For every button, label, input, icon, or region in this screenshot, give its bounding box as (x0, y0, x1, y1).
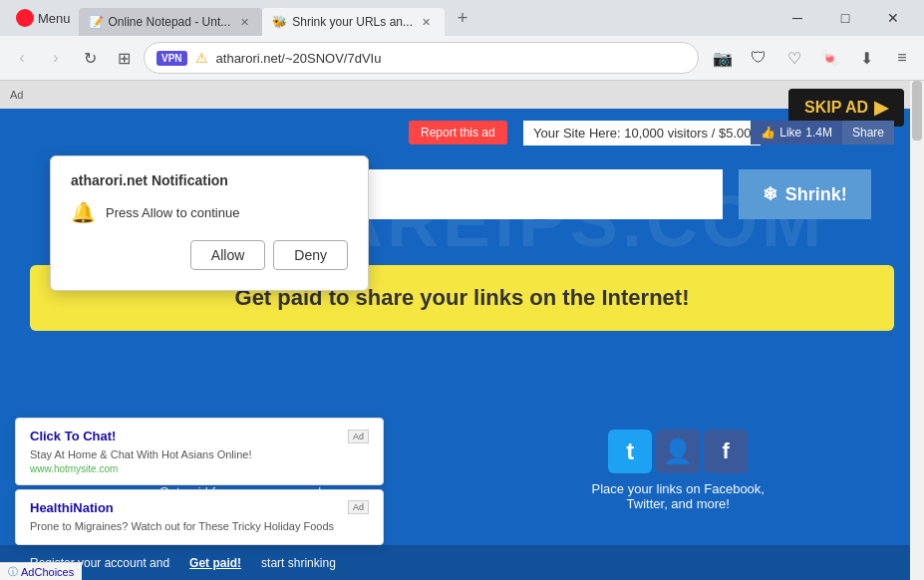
ad-popup-1-badge: Ad (348, 430, 369, 443)
tab-adfly[interactable]: 🐝 Shrink your URLs an... ✕ (262, 8, 445, 36)
tab-adfly-close[interactable]: ✕ (419, 14, 435, 30)
register-bar: Register your account and Get paid! star… (0, 545, 924, 580)
tab-adfly-title: Shrink your URLs an... (292, 15, 413, 29)
fb-like-label: Like (779, 126, 801, 140)
menu-label: Menu (38, 11, 71, 26)
tab-adfly-favicon: 🐝 (272, 15, 286, 29)
browser-chrome: Menu 📝 Online Notepad - Unt... ✕ 🐝 Shrin… (0, 0, 924, 81)
camera-icon[interactable]: 📷 (709, 44, 737, 72)
scrollbar[interactable] (910, 81, 924, 580)
report-ad-button[interactable]: Report this ad (409, 121, 507, 145)
flow-icon[interactable]: 🍬 (816, 44, 844, 72)
notification-buttons: Allow Deny (71, 240, 348, 270)
ad-popup-1-url: www.hotmysite.com (30, 463, 369, 474)
maximize-button[interactable]: □ (822, 0, 868, 36)
ad-popup-2-title[interactable]: HealthiNation (30, 500, 114, 515)
tabs-overview-button[interactable]: ⊞ (110, 44, 138, 72)
ad-popup-1-title[interactable]: Click To Chat! (30, 429, 116, 443)
ad-popup-2: HealthiNation Ad Prone to Migraines? Wat… (15, 489, 384, 545)
feature-col-2: t 👤 f Place your links on Facebook,Twitt… (462, 430, 895, 514)
ad-popup-1: Click To Chat! Ad Stay At Home & Chat Wi… (15, 418, 384, 484)
ad-top-bar: Ad (0, 81, 924, 109)
url-box[interactable]: VPN ⚠ atharori.net/~20SNOV/7dVIu (144, 42, 699, 74)
forward-button[interactable]: › (42, 44, 70, 72)
notification-body: 🔔 Press Allow to continue (71, 200, 348, 224)
bookmark-icon[interactable]: ♡ (780, 44, 808, 72)
ad-popup-2-header: HealthiNation Ad (30, 500, 369, 515)
close-button[interactable]: ✕ (870, 0, 916, 36)
tab-notepad-favicon: 📝 (89, 15, 103, 29)
page-content: MALWAREIPS.COM Ad SKIP AD ▶ Report this … (0, 81, 924, 580)
shrink-snowflake-icon: ❄ (763, 183, 777, 205)
site-here-label: Your Site Here: 10,000 visitors / $5.00 (533, 126, 751, 141)
adchoices-icon: ⓘ (8, 565, 18, 579)
opera-menu[interactable]: Menu (8, 9, 79, 27)
register-text-2: Get paid! (189, 556, 241, 570)
minimize-button[interactable]: ─ (774, 0, 820, 36)
shrink-button[interactable]: ❄ Shrink! (739, 169, 871, 219)
fb-share-label: Share (852, 126, 884, 140)
social-icons: t 👤 f (608, 430, 748, 473)
vpn-badge: VPN (156, 51, 187, 66)
facebook-icon: f (704, 430, 748, 473)
new-tab-button[interactable]: + (449, 4, 476, 32)
window-controls: ─ □ ✕ (774, 0, 916, 36)
fb-person-icon: 👤 (656, 430, 700, 473)
skip-ad-arrow-icon: ▶ (874, 97, 888, 119)
adchoices-label: AdChoices (21, 566, 74, 578)
url-warning-icon: ⚠ (195, 50, 208, 66)
bell-icon: 🔔 (71, 200, 96, 224)
fb-share-button[interactable]: Share (842, 121, 894, 145)
address-bar: ‹ › ↻ ⊞ VPN ⚠ atharori.net/~20SNOV/7dVIu… (0, 36, 924, 80)
allow-button[interactable]: Allow (190, 240, 265, 270)
ad-popup-2-desc: Prone to Migraines? Watch out for These … (30, 519, 369, 534)
adchoices-bar[interactable]: ⓘ AdChoices (0, 562, 82, 580)
notification-message: Press Allow to continue (106, 205, 239, 220)
ad-popup-1-desc: Stay At Home & Chat With Hot Asians Onli… (30, 447, 369, 462)
opera-logo-icon (16, 9, 34, 27)
notification-title: atharori.net Notification (71, 172, 348, 188)
register-text-3: start shrinking (261, 556, 336, 570)
ad-popup-2-badge: Ad (348, 500, 369, 514)
fb-like-button[interactable]: 👍 Like 1.4M (751, 121, 842, 145)
scrollbar-thumb[interactable] (912, 81, 922, 141)
fb-thumb-icon: 👍 (761, 126, 775, 140)
download-icon[interactable]: ⬇ (852, 44, 880, 72)
shrink-label: Shrink! (785, 184, 847, 205)
deny-button[interactable]: Deny (273, 240, 348, 270)
tab-notepad[interactable]: 📝 Online Notepad - Unt... ✕ (79, 8, 263, 36)
shield-icon[interactable]: 🛡 (745, 44, 772, 72)
tab-notepad-close[interactable]: ✕ (236, 14, 252, 30)
ad-popup-container: Click To Chat! Ad Stay At Home & Chat Wi… (15, 418, 384, 545)
url-text: atharori.net/~20SNOV/7dVIu (216, 51, 686, 66)
refresh-button[interactable]: ↻ (76, 44, 104, 72)
back-button[interactable]: ‹ (8, 44, 36, 72)
report-ad-label: Report this ad (421, 126, 495, 140)
feature-2-text: Place your links on Facebook,Twitter, an… (592, 481, 765, 511)
twitter-icon: t (608, 430, 652, 473)
toolbar-icons: 📷 🛡 ♡ 🍬 ⬇ ≡ (709, 44, 916, 72)
skip-ad-label: SKIP AD (804, 99, 868, 117)
fb-like-bar: 👍 Like 1.4M Share (751, 121, 894, 145)
site-here-text: Your Site Here: 10,000 visitors / $5.00 (523, 121, 761, 145)
fb-like-count: 1.4M (805, 126, 832, 140)
menu-icon[interactable]: ≡ (888, 44, 916, 72)
notification-popup: atharori.net Notification 🔔 Press Allow … (50, 155, 369, 291)
tab-bar: Menu 📝 Online Notepad - Unt... ✕ 🐝 Shrin… (0, 0, 924, 36)
ad-top-text: Ad (10, 89, 23, 101)
tab-notepad-title: Online Notepad - Unt... (109, 15, 231, 29)
ad-popup-1-header: Click To Chat! Ad (30, 429, 369, 443)
